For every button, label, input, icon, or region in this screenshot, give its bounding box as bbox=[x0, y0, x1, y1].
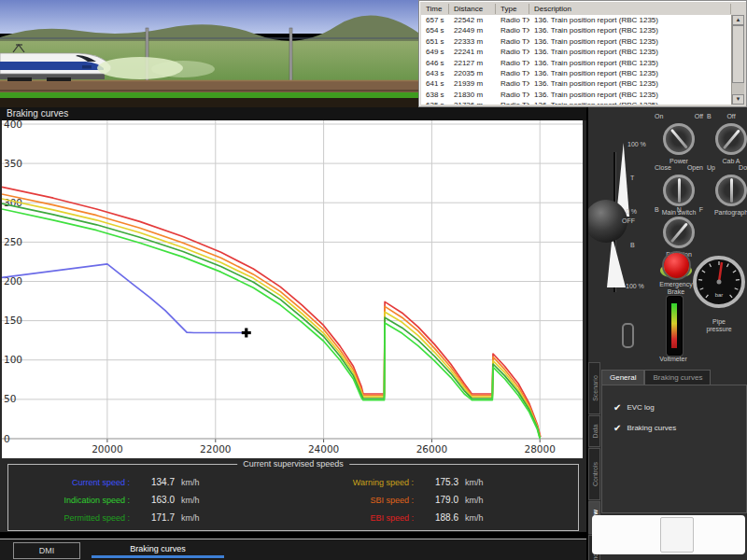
log-cell: 635 s bbox=[421, 100, 449, 105]
panel-scrollbar-thumb[interactable] bbox=[660, 517, 694, 553]
pantograph-knob[interactable] bbox=[715, 175, 747, 206]
voltmeter-caption: Voltmeter bbox=[641, 356, 706, 363]
emergency-brake-button[interactable] bbox=[664, 253, 689, 278]
speeds-right: Warning speed :175.3km/hSBI speed :179.0… bbox=[294, 473, 574, 526]
log-col-type[interactable]: Type bbox=[496, 4, 529, 14]
indicator-pill-icon bbox=[622, 323, 634, 348]
log-col-description[interactable]: Description bbox=[529, 4, 731, 14]
speed-unit: km/h bbox=[175, 513, 212, 523]
catenary-pole bbox=[289, 28, 292, 82]
checkbox-label: Braking curves bbox=[627, 424, 676, 432]
log-cell: Radio TX bbox=[496, 100, 529, 105]
log-cell: 136. Train position report (RBC 1235) bbox=[529, 36, 731, 47]
tab-general[interactable]: General bbox=[601, 370, 644, 385]
knob-position-label: Up bbox=[707, 164, 715, 173]
knob-caption: Cab A bbox=[705, 158, 747, 164]
speed-unit: km/h bbox=[175, 496, 212, 505]
speed-value: 171.7 bbox=[130, 512, 175, 523]
svg-text:400: 400 bbox=[4, 120, 22, 130]
braking-curves-window: Braking curves 2000022000240002600028000… bbox=[0, 107, 586, 532]
log-scrollbar[interactable]: ▲ ▼ bbox=[731, 15, 744, 105]
log-cell: Radio TX bbox=[496, 90, 529, 100]
log-col-time[interactable]: Time bbox=[421, 4, 449, 14]
tab-braking-curves[interactable]: Braking curves bbox=[92, 541, 224, 558]
scene-graphic bbox=[0, 0, 418, 107]
speeds-panel: Current supervised speeds Current speed … bbox=[7, 464, 579, 531]
scroll-down-icon[interactable]: ▼ bbox=[732, 94, 744, 105]
speed-row: Warning speed :175.3km/h bbox=[294, 473, 574, 491]
log-cell: 654 s bbox=[421, 25, 449, 35]
log-cell: 22035 m bbox=[449, 68, 496, 78]
log-cell: 651 s bbox=[421, 36, 449, 47]
lever-label: 0 % bbox=[626, 208, 637, 215]
panel-scrollbar[interactable] bbox=[592, 515, 745, 554]
window-title-bar[interactable]: Braking curves bbox=[0, 107, 586, 120]
cab-knob[interactable] bbox=[715, 123, 747, 155]
tab-braking-curves-panel[interactable]: Braking curves bbox=[644, 370, 711, 385]
speed-value: 188.6 bbox=[414, 512, 458, 523]
side-tab-scenario[interactable]: Scenario bbox=[588, 362, 600, 414]
knob-position-label: Close bbox=[655, 164, 671, 173]
speed-row: Current speed :134.7km/h bbox=[10, 473, 290, 491]
scroll-up-icon[interactable]: ▲ bbox=[732, 15, 744, 25]
scrollbar-thumb[interactable] bbox=[732, 25, 744, 83]
svg-text:24000: 24000 bbox=[308, 443, 339, 455]
log-row[interactable]: 635 s21736 mRadio TX136. Train position … bbox=[421, 100, 731, 105]
pantograph-knob-block: Up Down Pantograph bbox=[705, 164, 747, 216]
side-tab-controls[interactable]: Controls bbox=[588, 448, 600, 500]
knob-position-label: Open bbox=[687, 164, 703, 173]
svg-text:22000: 22000 bbox=[200, 443, 231, 455]
svg-text:150: 150 bbox=[4, 315, 22, 326]
log-row[interactable]: 651 s22333 mRadio TX136. Train position … bbox=[421, 36, 731, 47]
log-header: Time Distance Type Description bbox=[421, 3, 731, 15]
control-panel: 100 % T 0 % OFF B 100 % On Off Power B O… bbox=[586, 107, 747, 560]
svg-text:100: 100 bbox=[4, 354, 22, 365]
log-cell: Radio TX bbox=[496, 36, 529, 47]
speed-row: EBI speed :188.6km/h bbox=[294, 509, 574, 526]
knob-position-label: Down bbox=[739, 164, 747, 173]
speed-value: 134.7 bbox=[130, 477, 175, 487]
lever-label: 100 % bbox=[626, 283, 644, 289]
braking-curves-chart: 2000022000240002600028000050100150200250… bbox=[2, 120, 583, 458]
svg-text:0: 0 bbox=[4, 433, 10, 444]
log-row[interactable]: 646 s22127 mRadio TX136. Train position … bbox=[421, 58, 731, 68]
log-cell: 136. Train position report (RBC 1235) bbox=[529, 58, 731, 68]
exhaust-cloud bbox=[151, 61, 215, 77]
side-tab-label: Controls bbox=[591, 462, 598, 486]
direction-knob[interactable] bbox=[663, 217, 695, 248]
log-row[interactable]: 649 s22241 mRadio TX136. Train position … bbox=[421, 47, 731, 57]
log-cell: Radio TX bbox=[496, 47, 529, 57]
active-tab-underline bbox=[92, 555, 224, 558]
log-row[interactable]: 638 s21830 mRadio TX136. Train position … bbox=[421, 90, 731, 100]
log-row[interactable]: 641 s21939 mRadio TX136. Train position … bbox=[421, 78, 731, 89]
speed-label: Current speed : bbox=[10, 478, 130, 487]
bottom-tab-bar: DMI Braking curves bbox=[0, 539, 586, 560]
side-tab-data[interactable]: Data bbox=[588, 415, 600, 448]
log-col-distance[interactable]: Distance bbox=[449, 4, 496, 14]
braking-curves-checkbox[interactable]: ✔ Braking curves bbox=[613, 423, 676, 433]
log-row[interactable]: 657 s22542 mRadio TX136. Train position … bbox=[421, 15, 731, 25]
speed-value: 175.3 bbox=[414, 477, 458, 487]
lever-label: 100 % bbox=[627, 141, 646, 147]
log-cell: 21736 m bbox=[449, 100, 496, 105]
lever-label: T bbox=[630, 175, 634, 181]
knob-position-label: F bbox=[699, 206, 703, 215]
event-log-window: Time Distance Type Description 657 s2254… bbox=[418, 0, 747, 107]
svg-text:250: 250 bbox=[4, 236, 22, 247]
simulator-root: Time Distance Type Description 657 s2254… bbox=[0, 0, 747, 560]
power-knob[interactable] bbox=[663, 123, 695, 155]
log-row[interactable]: 643 s22035 mRadio TX136. Train position … bbox=[421, 68, 731, 78]
tab-dmi[interactable]: DMI bbox=[13, 542, 80, 559]
knob-position-label: B bbox=[655, 206, 659, 215]
cab-knob-block: B Off A Cab A bbox=[705, 113, 747, 164]
log-cell: 22333 m bbox=[449, 36, 496, 47]
grass-strip bbox=[0, 92, 418, 98]
log-row[interactable]: 654 s22449 mRadio TX136. Train position … bbox=[421, 25, 731, 35]
log-cell: 136. Train position report (RBC 1235) bbox=[529, 68, 731, 78]
log-cell: Radio TX bbox=[496, 58, 529, 68]
main-switch-knob[interactable] bbox=[663, 175, 695, 206]
log-cell: 21939 m bbox=[449, 78, 496, 89]
log-cell: 657 s bbox=[421, 15, 449, 25]
svg-text:26000: 26000 bbox=[416, 443, 447, 455]
evc-log-checkbox[interactable]: ✔ EVC log bbox=[613, 402, 655, 413]
